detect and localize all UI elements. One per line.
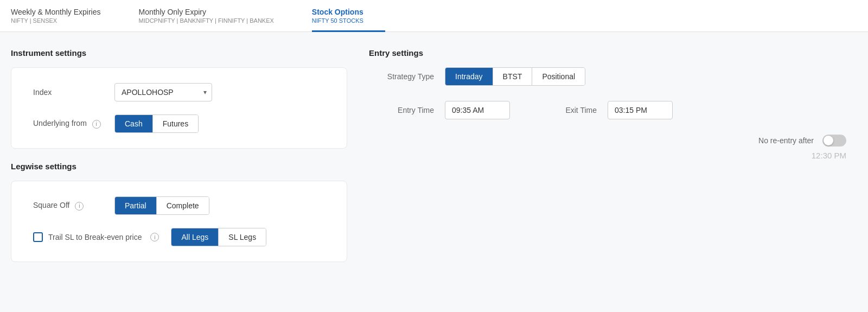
main-content: Instrument settings Index APOLLOHOSP REL… — [0, 32, 868, 291]
toggle-track — [822, 135, 846, 147]
underlying-cash-button[interactable]: Cash — [115, 115, 153, 132]
underlying-btn-group: Cash Futures — [114, 114, 199, 133]
square-off-complete-button[interactable]: Complete — [157, 197, 209, 214]
exit-time-input[interactable] — [608, 101, 673, 119]
trail-sl-info-icon[interactable]: i — [150, 233, 159, 241]
strategy-type-row: Strategy Type Intraday BTST Positional — [369, 67, 857, 86]
no-reentry-label: No re-entry after — [758, 136, 814, 145]
trail-sl-btn-group: All Legs SL Legs — [171, 228, 266, 246]
entry-time-input[interactable] — [445, 101, 510, 119]
trail-sl-label: Trail SL to Break-even price — [48, 233, 142, 241]
square-off-label: Square Off i — [33, 201, 114, 211]
square-off-info-icon[interactable]: i — [75, 202, 84, 211]
left-panel: Instrument settings Index APOLLOHOSP REL… — [11, 48, 347, 275]
legwise-section-title: Legwise settings — [11, 162, 347, 171]
instrument-section-title: Instrument settings — [11, 48, 347, 58]
instrument-card: Index APOLLOHOSP RELIANCE TCS INFY HDFCB… — [11, 67, 347, 149]
index-row: Index APOLLOHOSP RELIANCE TCS INFY HDFCB… — [33, 83, 325, 101]
strategy-type-label: Strategy Type — [369, 72, 445, 81]
legwise-card: Square Off i Partial Complete Trail SL t… — [11, 181, 347, 262]
top-navigation: Weekly & Monthly Expiries NIFTY | SENSEX… — [0, 0, 868, 32]
trail-sl-checkbox-row: Trail SL to Break-even price i All Legs … — [33, 228, 266, 246]
no-reentry-row: No re-entry after — [758, 135, 846, 147]
no-reentry-toggle[interactable] — [822, 135, 846, 147]
tab-weekly-monthly[interactable]: Weekly & Monthly Expiries NIFTY | SENSEX — [11, 0, 122, 32]
underlying-row: Underlying from i Cash Futures — [33, 114, 325, 133]
square-off-partial-button[interactable]: Partial — [115, 197, 157, 214]
trail-sl-checkbox[interactable] — [33, 232, 43, 242]
strategy-positional-button[interactable]: Positional — [532, 68, 585, 85]
strategy-type-btn-group: Intraday BTST Positional — [445, 67, 585, 86]
tab-stock-options[interactable]: Stock Options NIFTY 50 STOCKS — [312, 0, 385, 32]
strategy-intraday-button[interactable]: Intraday — [445, 68, 493, 85]
square-off-btn-group: Partial Complete — [114, 196, 209, 215]
entry-time-label: Entry Time — [369, 106, 445, 114]
exit-time-label: Exit Time — [532, 106, 608, 114]
right-panel: Entry settings Strategy Type Intraday BT… — [347, 48, 857, 275]
tab-monthly-only-sub: MIDCPNIFTY | BANKNIFTY | FINNIFTY | BANK… — [138, 17, 273, 24]
no-reentry-time-disabled: 12:30 PM — [812, 151, 846, 160]
trail-sl-row: Trail SL to Break-even price i All Legs … — [33, 228, 325, 246]
trail-sl-all-legs-button[interactable]: All Legs — [171, 228, 219, 246]
square-off-row: Square Off i Partial Complete — [33, 196, 325, 215]
time-row: Entry Time Exit Time — [369, 101, 857, 119]
tab-weekly-monthly-title: Weekly & Monthly Expiries — [11, 8, 100, 16]
tab-monthly-only-title: Monthly Only Expiry — [138, 8, 273, 16]
tab-monthly-only[interactable]: Monthly Only Expiry MIDCPNIFTY | BANKNIF… — [138, 0, 295, 32]
no-reentry-section: No re-entry after 12:30 PM — [369, 135, 857, 160]
index-select[interactable]: APOLLOHOSP RELIANCE TCS INFY HDFCBANK — [114, 83, 212, 101]
index-label: Index — [33, 88, 114, 97]
index-select-wrapper: APOLLOHOSP RELIANCE TCS INFY HDFCBANK ▾ — [114, 83, 212, 101]
entry-section-title: Entry settings — [369, 48, 857, 58]
underlying-label: Underlying from i — [33, 119, 114, 129]
tab-stock-options-title: Stock Options — [312, 8, 363, 16]
tab-weekly-monthly-sub: NIFTY | SENSEX — [11, 17, 100, 24]
underlying-futures-button[interactable]: Futures — [153, 115, 198, 132]
tab-stock-options-sub: NIFTY 50 STOCKS — [312, 17, 363, 24]
trail-sl-sl-legs-button[interactable]: SL Legs — [219, 228, 266, 246]
underlying-info-icon[interactable]: i — [92, 120, 101, 129]
toggle-thumb — [824, 136, 833, 145]
strategy-btst-button[interactable]: BTST — [493, 68, 533, 85]
